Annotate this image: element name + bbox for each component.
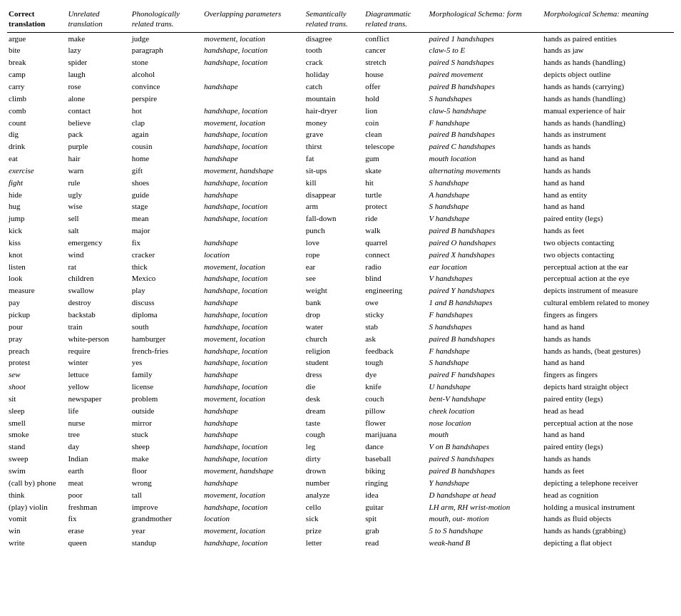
- table-cell: play: [130, 284, 203, 297]
- table-cell: handshape, location: [203, 441, 304, 453]
- table-cell: hands as hands (carrying): [542, 81, 674, 93]
- table-cell: discuss: [130, 297, 203, 309]
- table-cell: floor: [130, 465, 203, 477]
- table-cell: S handshape: [428, 177, 543, 189]
- table-cell: Mexico: [130, 272, 203, 284]
- table-cell: mouth: [428, 428, 543, 441]
- table-cell: hamburger: [130, 333, 203, 345]
- table-cell: alcohol: [130, 68, 203, 81]
- table-row: listenratthickmovement, locationearradio…: [7, 261, 674, 273]
- table-cell: analyze: [304, 489, 364, 501]
- table-cell: student: [304, 356, 364, 369]
- table-cell: biking: [364, 465, 427, 477]
- table-cell: kiss: [7, 237, 66, 249]
- table-row: lookchildrenMexicohandshape, locationsee…: [7, 272, 674, 284]
- table-cell: ringing: [364, 477, 427, 489]
- table-cell: sit: [7, 393, 66, 405]
- table-cell: hands as jaw: [542, 44, 674, 56]
- table-cell: fingers as fingers: [542, 309, 674, 321]
- table-cell: baseball: [364, 453, 427, 465]
- table-cell: handshape, location: [203, 200, 304, 212]
- table-cell: count: [7, 117, 66, 129]
- table-cell: earth: [66, 465, 130, 477]
- table-cell: (call by) phone: [7, 477, 66, 489]
- table-cell: drown: [304, 465, 364, 477]
- table-cell: again: [130, 128, 203, 140]
- table-cell: house: [364, 68, 427, 81]
- table-cell: comb: [7, 105, 66, 117]
- table-cell: handshape, location: [203, 128, 304, 140]
- table-cell: depicting a telephone receiver: [542, 477, 674, 489]
- table-cell: [203, 225, 304, 237]
- table-cell: wrong: [130, 477, 203, 489]
- table-cell: paired B handshapes: [428, 81, 543, 93]
- table-cell: telescope: [364, 140, 427, 153]
- table-cell: leg: [304, 441, 364, 453]
- table-cell: stab: [364, 321, 427, 333]
- table-cell: stretch: [364, 56, 427, 68]
- table-cell: dye: [364, 369, 427, 381]
- table-cell: children: [66, 272, 130, 284]
- table-cell: handshape, location: [203, 105, 304, 117]
- table-cell: vomit: [7, 513, 66, 525]
- table-cell: cello: [304, 501, 364, 513]
- table-cell: make: [130, 453, 203, 465]
- table-cell: crack: [304, 56, 364, 68]
- table-row: kicksaltmajorpunchwalkpaired B handshape…: [7, 225, 674, 237]
- table-cell: write: [7, 537, 66, 549]
- table-cell: conflict: [364, 32, 427, 44]
- table-cell: hide: [7, 189, 66, 201]
- table-cell: V handshape: [428, 212, 543, 225]
- table-cell: tree: [66, 428, 130, 441]
- table-row: pourtrainsouthhandshape, locationwaterst…: [7, 321, 674, 333]
- table-cell: measure: [7, 284, 66, 297]
- table-row: (play) violinfreshmanimprovehandshape, l…: [7, 501, 674, 513]
- table-cell: paired B handshapes: [428, 333, 543, 345]
- table-cell: claw-5 handshape: [428, 105, 543, 117]
- table-cell: poor: [66, 489, 130, 501]
- table-row: hugwisestagehandshape, locationarmprotec…: [7, 200, 674, 212]
- table-cell: handshape, location: [203, 44, 304, 56]
- table-cell: hands as hands (handling): [542, 117, 674, 129]
- column-header-4: Semantically related trans.: [304, 7, 364, 32]
- table-cell: movement, location: [203, 393, 304, 405]
- table-cell: paired F handshapes: [428, 369, 543, 381]
- table-cell: water: [304, 321, 364, 333]
- table-cell: white-person: [66, 333, 130, 345]
- table-cell: sticky: [364, 309, 427, 321]
- table-cell: tooth: [304, 44, 364, 56]
- table-cell: drop: [304, 309, 364, 321]
- column-header-2: Phonologically related trans.: [130, 7, 203, 32]
- table-cell: stuck: [130, 428, 203, 441]
- table-cell: sick: [304, 513, 364, 525]
- table-cell: destroy: [66, 297, 130, 309]
- table-cell: knot: [7, 249, 66, 261]
- table-cell: fix: [130, 237, 203, 249]
- table-cell: pickup: [7, 309, 66, 321]
- table-row: swimearthfloormovement, handshapedrownbi…: [7, 465, 674, 477]
- table-cell: walk: [364, 225, 427, 237]
- table-cell: family: [130, 369, 203, 381]
- table-cell: cousin: [130, 140, 203, 153]
- table-row: writequeenstanduphandshape, locationlett…: [7, 537, 674, 549]
- table-cell: south: [130, 321, 203, 333]
- table-cell: location: [203, 249, 304, 261]
- table-cell: radio: [364, 261, 427, 273]
- table-cell: diploma: [130, 309, 203, 321]
- table-cell: sit-ups: [304, 165, 364, 177]
- table-cell: weight: [304, 284, 364, 297]
- table-cell: Indian: [66, 453, 130, 465]
- table-cell: U handshape: [428, 381, 543, 393]
- table-cell: stone: [130, 56, 203, 68]
- table-cell: handshape, location: [203, 309, 304, 321]
- table-cell: hands as feet: [542, 225, 674, 237]
- table-cell: kick: [7, 225, 66, 237]
- table-cell: hands as hands, (beat gestures): [542, 345, 674, 357]
- table-cell: stand: [7, 441, 66, 453]
- table-cell: paired entity (legs): [542, 441, 674, 453]
- table-row: sitnewspaperproblemmovement, locationdes…: [7, 393, 674, 405]
- table-cell: location: [203, 513, 304, 525]
- table-cell: money: [304, 117, 364, 129]
- table-cell: mountain: [304, 93, 364, 105]
- table-row: standdaysheephandshape, locationlegdance…: [7, 441, 674, 453]
